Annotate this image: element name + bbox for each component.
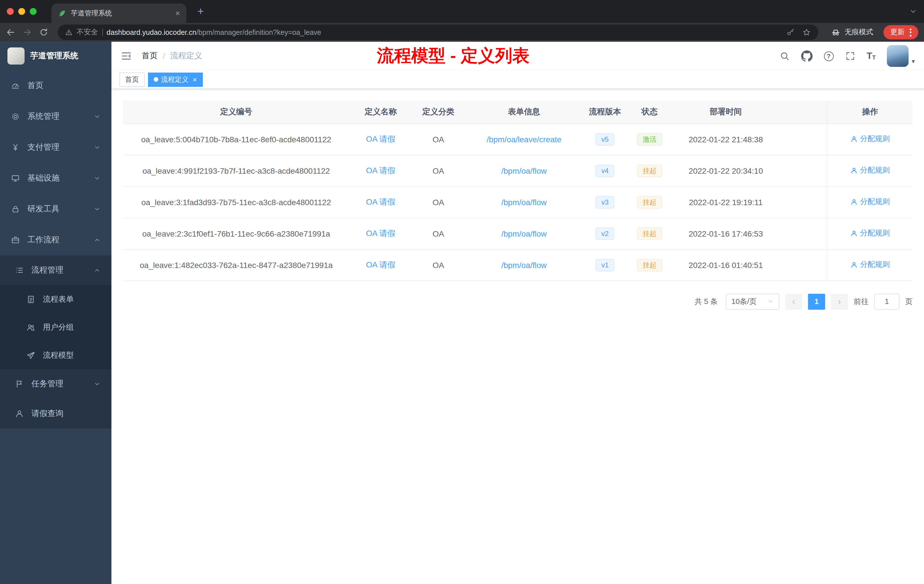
sidebar-item-home[interactable]: 首页 [0, 70, 111, 101]
address-divider [102, 28, 102, 36]
back-icon[interactable] [6, 27, 15, 37]
definition-name-link[interactable]: OA 请假 [366, 228, 396, 238]
github-icon[interactable] [801, 50, 812, 62]
reload-icon[interactable] [39, 27, 49, 37]
tag-home[interactable]: 首页 [119, 72, 145, 87]
version-badge: v1 [596, 259, 614, 271]
sidebar-item-task-management[interactable]: 任务管理 [0, 369, 111, 399]
version-badge: v5 [596, 133, 614, 145]
version-badge: v2 [596, 227, 614, 240]
browser-toolbar: 不安全 dashboard.yudao.iocoder.cn/bpm/manag… [0, 23, 924, 42]
process-management-icon [15, 266, 24, 275]
tab-title: 芋道管理系统 [71, 8, 171, 18]
page-number-button[interactable]: 1 [808, 294, 825, 309]
header-actions: ? TT ▾ [779, 45, 915, 67]
security-label[interactable]: 不安全 [77, 27, 98, 37]
cell-definition-id: oa_leave:3:1fad3d93-7b75-11ec-a3c8-acde4… [123, 186, 350, 218]
column-header-status: 状态 [627, 101, 672, 124]
form-link[interactable]: /bpm/oa/flow [502, 166, 547, 175]
sidebar-item-leave-query[interactable]: 请假查询 [0, 399, 111, 429]
action-label: 分配规则 [860, 260, 890, 270]
sidebar-item-system-management[interactable]: 系统管理 [0, 101, 111, 132]
assign-rule-button[interactable]: 分配规则 [850, 260, 890, 270]
assign-rule-button[interactable]: 分配规则 [850, 165, 890, 176]
page-size-select[interactable]: 10条/页 [726, 294, 779, 309]
task-management-icon [15, 379, 24, 389]
incognito-badge: 无痕模式 [827, 27, 876, 37]
sidebar-item-process-model[interactable]: 流程模型 [0, 341, 111, 369]
url-host: dashboard.yudao.iocoder.cn [107, 28, 196, 36]
caret-down-icon: ▾ [912, 58, 915, 67]
browser-tab-bar: 芋道管理系统 × + [0, 0, 924, 23]
hamburger-fold-icon[interactable] [120, 50, 132, 62]
new-tab-button[interactable]: + [193, 5, 208, 18]
column-header-filler [779, 101, 827, 124]
form-link[interactable]: /bpm/oa/flow [502, 229, 547, 238]
font-size-icon[interactable]: TT [866, 51, 876, 61]
breadcrumb-home[interactable]: 首页 [142, 51, 158, 61]
tags-view-bar: 首页 流程定义 × [111, 70, 924, 89]
page-content: 定义编号 定义名称 定义分类 表单信息 流程版本 状态 部署时间 操作 [111, 89, 924, 309]
form-link[interactable]: /bpm/oa/flow [502, 260, 547, 269]
breadcrumb-separator: / [163, 51, 165, 61]
tab-search-chevron-icon[interactable] [909, 7, 917, 15]
browser-tab[interactable]: 芋道管理系统 × [51, 3, 186, 23]
tab-close-icon[interactable]: × [175, 8, 180, 18]
address-bar[interactable]: 不安全 dashboard.yudao.iocoder.cn/bpm/manag… [58, 25, 818, 40]
chevron-up-icon [94, 237, 101, 243]
url-path: /bpm/manager/definition?key=oa_leave [196, 28, 321, 36]
key-icon[interactable] [786, 28, 795, 36]
cell-category: OA [412, 124, 465, 155]
browser-update-button[interactable]: 更新 [883, 25, 918, 40]
form-link[interactable]: /bpm/oa/flow [502, 198, 547, 206]
sidebar-item-workflow[interactable]: 工作流程 [0, 224, 111, 256]
definition-name-link[interactable]: OA 请假 [366, 197, 396, 206]
pagination-total: 共 5 条 [695, 296, 718, 307]
prev-page-button[interactable]: ‹ [785, 294, 802, 309]
fullscreen-icon[interactable] [845, 51, 855, 61]
cell-category: OA [412, 155, 465, 186]
action-label: 分配规则 [860, 165, 890, 176]
maximize-window-button[interactable] [30, 8, 36, 15]
cell-definition-id: oa_leave:2:3c1f0ef1-76b1-11ec-9c66-a2380… [123, 218, 350, 249]
close-window-button[interactable] [7, 8, 14, 15]
definition-name-link[interactable]: OA 请假 [366, 165, 396, 175]
column-header-process-version: 流程版本 [583, 101, 627, 124]
sidebar-item-infrastructure[interactable]: 基础设施 [0, 163, 111, 194]
sidebar-logo[interactable]: 芋道管理系统 [0, 42, 111, 70]
assign-rule-button[interactable]: 分配规则 [850, 134, 890, 144]
help-icon[interactable]: ? [824, 51, 833, 61]
user-icon [850, 135, 858, 143]
user-icon [850, 198, 858, 206]
next-page-button[interactable]: › [831, 294, 848, 309]
avatar[interactable] [887, 45, 909, 67]
user-menu[interactable]: ▾ [887, 45, 915, 67]
goto-page-input[interactable] [874, 294, 899, 309]
forward-icon[interactable] [22, 27, 32, 37]
search-icon[interactable] [779, 51, 789, 61]
column-header-actions: 操作 [827, 101, 912, 124]
page-url[interactable]: dashboard.yudao.iocoder.cn/bpm/manager/d… [107, 28, 321, 36]
minimize-window-button[interactable] [18, 8, 25, 15]
form-link[interactable]: /bpm/oa/leave/create [487, 135, 561, 144]
sidebar-item-dev-tools[interactable]: 研发工具 [0, 194, 111, 224]
sidebar-item-process-management[interactable]: 流程管理 [0, 256, 111, 285]
sidebar-item-user-group[interactable]: 用户分组 [0, 313, 111, 341]
pagination: 共 5 条 10条/页 ‹ 1 › 前往 页 [123, 294, 912, 309]
bookmark-star-icon[interactable] [802, 28, 811, 36]
sidebar-item-process-form[interactable]: 流程表单 [0, 285, 111, 313]
assign-rule-button[interactable]: 分配规则 [850, 197, 890, 207]
definition-name-link[interactable]: OA 请假 [366, 134, 396, 143]
sidebar: 芋道管理系统 首页 系统管理 支付管理 [0, 42, 111, 584]
sidebar-item-payment-management[interactable]: 支付管理 [0, 132, 111, 163]
assign-rule-button[interactable]: 分配规则 [850, 228, 890, 239]
tag-close-icon[interactable]: × [193, 75, 197, 84]
chevron-down-icon [94, 144, 101, 151]
definition-name-link[interactable]: OA 请假 [366, 260, 396, 269]
tag-process-definition[interactable]: 流程定义 × [148, 72, 203, 87]
logo-avatar [7, 48, 25, 64]
browser-menu-icon[interactable] [910, 28, 911, 36]
process-model-icon [26, 351, 35, 360]
incognito-label: 无痕模式 [845, 27, 873, 37]
workflow-icon [11, 236, 20, 244]
